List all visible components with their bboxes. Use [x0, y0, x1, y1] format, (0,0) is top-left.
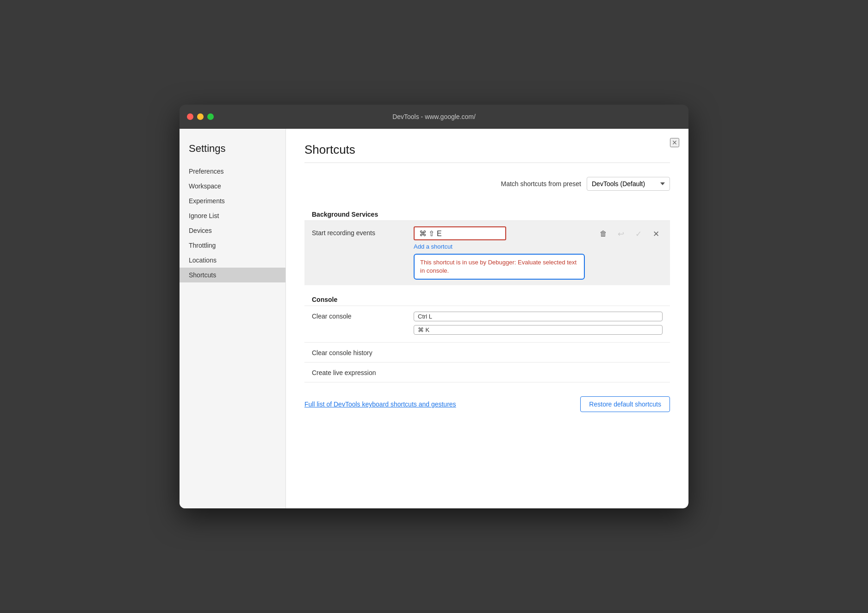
background-services-section-header: Background Services — [304, 205, 670, 220]
key-badge-ctrl-l: Ctrl L — [414, 312, 663, 321]
start-recording-row: Start recording events Add a shortcut Th… — [304, 220, 670, 285]
main-content: × Shortcuts Match shortcuts from preset … — [286, 129, 688, 508]
close-traffic-light[interactable] — [187, 113, 193, 120]
clear-console-label: Clear console — [312, 312, 414, 320]
sidebar-item-preferences[interactable]: Preferences — [180, 164, 285, 179]
close-shortcut-icon: ✕ — [653, 229, 659, 239]
title-divider — [304, 163, 670, 163]
start-recording-label: Start recording events — [312, 226, 414, 237]
preset-select[interactable]: DevTools (Default) Visual Studio Code — [587, 177, 670, 191]
titlebar-title: DevTools - www.google.com/ — [392, 113, 476, 120]
clear-console-row: Clear console Ctrl L ⌘ K — [304, 306, 670, 342]
create-live-expression-label: Create live expression — [312, 368, 414, 376]
shortcut-keys-col: Add a shortcut This shortcut is in use b… — [414, 226, 597, 280]
delete-shortcut-button[interactable]: 🗑 — [597, 227, 610, 240]
clear-console-history-label: Clear console history — [312, 348, 414, 357]
key-badge-cmd-k: ⌘ K — [414, 325, 663, 335]
add-shortcut-link[interactable]: Add a shortcut — [414, 243, 597, 250]
shortcut-error-tooltip: This shortcut is in use by Debugger: Eva… — [414, 254, 585, 280]
console-section: Console Clear console Ctrl L ⌘ K Clear c… — [304, 290, 670, 382]
sidebar-item-shortcuts[interactable]: Shortcuts — [180, 268, 285, 282]
clear-console-history-row: Clear console history — [304, 342, 670, 362]
sidebar-item-devices[interactable]: Devices — [180, 223, 285, 238]
window-body: Settings Preferences Workspace Experimen… — [180, 129, 688, 508]
sidebar: Settings Preferences Workspace Experimen… — [180, 129, 286, 508]
confirm-shortcut-button[interactable]: ✓ — [632, 227, 645, 240]
sidebar-item-ignore-list[interactable]: Ignore List — [180, 208, 285, 223]
minimize-traffic-light[interactable] — [197, 113, 204, 120]
page-title: Shortcuts — [304, 143, 670, 157]
sidebar-item-throttling[interactable]: Throttling — [180, 238, 285, 253]
console-section-header: Console — [304, 290, 670, 306]
sidebar-item-experiments[interactable]: Experiments — [180, 194, 285, 208]
undo-shortcut-button[interactable]: ↩ — [614, 227, 627, 240]
background-services-title: Background Services — [312, 211, 378, 218]
preset-label: Match shortcuts from preset — [501, 180, 581, 188]
close-button[interactable]: × — [670, 138, 679, 147]
footer-row: Full list of DevTools keyboard shortcuts… — [304, 396, 670, 412]
shortcut-input-wrapper — [414, 226, 597, 240]
full-list-link[interactable]: Full list of DevTools keyboard shortcuts… — [304, 400, 456, 408]
preset-row: Match shortcuts from preset DevTools (De… — [304, 177, 670, 191]
maximize-traffic-light[interactable] — [207, 113, 214, 120]
sidebar-item-workspace[interactable]: Workspace — [180, 179, 285, 194]
restore-defaults-button[interactable]: Restore default shortcuts — [580, 396, 670, 412]
devtools-window: DevTools - www.google.com/ Settings Pref… — [180, 105, 688, 508]
shortcut-input[interactable] — [414, 226, 506, 240]
settings-heading: Settings — [180, 143, 285, 164]
console-title: Console — [312, 296, 337, 303]
create-live-expression-row: Create live expression — [304, 362, 670, 382]
titlebar: DevTools - www.google.com/ — [180, 105, 688, 129]
shortcut-actions: 🗑 ↩ ✓ ✕ — [597, 226, 663, 240]
trash-icon: 🗑 — [600, 230, 607, 238]
cancel-shortcut-button[interactable]: ✕ — [650, 227, 663, 240]
undo-icon: ↩ — [618, 229, 624, 239]
clear-console-keys: Ctrl L ⌘ K — [414, 312, 663, 337]
check-icon: ✓ — [635, 229, 642, 239]
sidebar-item-locations[interactable]: Locations — [180, 253, 285, 268]
traffic-lights — [187, 113, 214, 120]
